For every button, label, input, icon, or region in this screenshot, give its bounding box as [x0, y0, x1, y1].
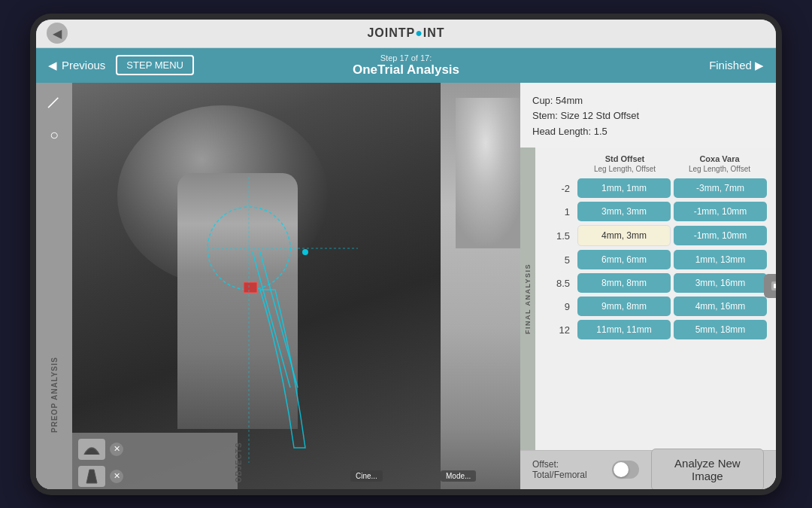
nav-bar: ◀ Previous STEP MENU Step 17 of 17: OneT…	[36, 48, 776, 83]
obj-close-2[interactable]: ✕	[110, 470, 123, 483]
table-row: 56mm, 6mm1mm, 13mm	[544, 250, 767, 269]
analysis-table-wrap: FINAL ANALYSIS Std Offset Leg Length, Of…	[520, 148, 776, 450]
circle-tool-button[interactable]: ○	[42, 123, 66, 148]
row-label-0: -2	[544, 183, 574, 194]
step-info: Step 17 of 17:	[353, 53, 459, 62]
cell-col1-5[interactable]: 9mm, 8mm	[577, 297, 671, 316]
toggle-knob	[614, 462, 629, 477]
table-row: -21mm, 1mm-3mm, 7mm	[544, 178, 767, 198]
objects-label: OBJECTS	[234, 442, 242, 482]
previous-button[interactable]: ◀ Previous	[48, 59, 105, 72]
bottom-bar: Offset: Total/Femoral Analyze New Image	[520, 450, 776, 489]
row-label-1: 1	[544, 206, 574, 217]
femur-shape	[177, 173, 298, 429]
step-name: OneTrial Analysis	[353, 62, 459, 78]
head-info: Head Length: 1.5	[532, 124, 764, 140]
preop-label: PREOP ANALYSIS	[50, 357, 59, 433]
svg-rect-8	[774, 284, 776, 288]
circle-icon: ○	[50, 126, 59, 144]
obj-icon-2	[78, 466, 105, 487]
final-label-wrap: FINAL ANALYSIS	[520, 148, 535, 450]
main-content: | ○ PREOP ANALYSIS	[36, 83, 776, 489]
table-rows: -21mm, 1mm-3mm, 7mm13mm, 3mm-1mm, 10mm1.…	[544, 178, 767, 339]
cell-col2-3[interactable]: 1mm, 13mm	[674, 250, 767, 269]
objects-panel: ✕ ✕ OBJECTS	[72, 433, 238, 489]
second-xray-bone	[456, 98, 520, 248]
cell-col1-6[interactable]: 11mm, 11mm	[577, 320, 671, 339]
scroll-button[interactable]	[764, 274, 776, 298]
xray-second-panel	[441, 83, 520, 489]
cell-col2-6[interactable]: 5mm, 18mm	[674, 320, 767, 339]
ipad-frame: ◀ JOINTP●INT ◀ Previous STEP MENU Step 1…	[30, 14, 782, 495]
nav-title: Step 17 of 17: OneTrial Analysis	[353, 53, 459, 78]
row-label-3: 5	[544, 254, 574, 266]
obj-icon-1	[78, 439, 105, 460]
previous-label: Previous	[62, 59, 105, 71]
table-row: 8.58mm, 8mm3mm, 16mm	[544, 273, 767, 293]
back-icon: ◀	[53, 26, 62, 41]
table-header: Std Offset Leg Length, Offset Coxa Vara …	[544, 154, 767, 174]
cell-col1-1[interactable]: 3mm, 3mm	[577, 202, 671, 221]
line-tool-button[interactable]: |	[42, 90, 66, 114]
cine-button[interactable]: Cine...	[350, 470, 383, 482]
analysis-info: Cup: 54mm Stem: Size 12 Std Offset Head …	[520, 83, 776, 148]
offset-toggle[interactable]	[612, 461, 639, 479]
offset-label: Offset: Total/Femoral	[532, 459, 600, 480]
prev-arrow-icon: ◀	[48, 59, 57, 72]
xray-background: ✕ ✕ OBJECTS	[72, 83, 520, 489]
cell-col2-5[interactable]: 4mm, 16mm	[674, 297, 767, 316]
step-menu-button[interactable]: STEP MENU	[116, 55, 194, 75]
row-label-5: 9	[544, 301, 574, 312]
right-panel: Cup: 54mm Stem: Size 12 Std Offset Head …	[520, 83, 776, 489]
object-item-2: ✕	[72, 463, 238, 489]
cell-col2-4[interactable]: 3mm, 16mm	[674, 273, 767, 293]
scroll-icon	[770, 280, 776, 292]
col2-header: Coxa Vara Leg Length, Offset	[674, 154, 765, 174]
table-row: 1211mm, 11mm5mm, 18mm	[544, 320, 767, 339]
row-label-6: 12	[544, 324, 574, 336]
cup-info: Cup: 54mm	[532, 93, 764, 109]
table-row: 99mm, 8mm4mm, 16mm	[544, 297, 767, 316]
finished-label: Finished ▶	[709, 59, 764, 72]
stem-info: Stem: Size 12 Std Offset	[532, 108, 764, 124]
object-item-1: ✕	[72, 436, 238, 463]
left-sidebar: | ○ PREOP ANALYSIS	[36, 83, 72, 489]
xray-area: ✕ ✕ OBJECTS	[72, 83, 520, 489]
cell-col1-2[interactable]: 4mm, 3mm	[577, 225, 671, 246]
table-row: 1.54mm, 3mm-1mm, 10mm	[544, 225, 767, 246]
table-row: 13mm, 3mm-1mm, 10mm	[544, 202, 767, 221]
final-analysis-label: FINAL ANALYSIS	[524, 263, 532, 334]
top-bar: ◀ JOINTP●INT	[36, 20, 776, 48]
analysis-table: Std Offset Leg Length, Offset Coxa Vara …	[535, 148, 776, 450]
stem-icon-svg	[80, 468, 103, 485]
cup-icon-svg	[80, 441, 103, 458]
app-logo: JOINTP●INT	[367, 26, 444, 40]
cell-col2-2[interactable]: -1mm, 10mm	[674, 226, 767, 245]
cell-col1-3[interactable]: 6mm, 6mm	[577, 250, 671, 269]
mode-button[interactable]: Mode...	[441, 470, 476, 482]
logo-dot: ●	[415, 26, 423, 39]
cell-col1-4[interactable]: 8mm, 8mm	[577, 273, 671, 293]
row-label-4: 8.5	[544, 278, 574, 289]
obj-close-1[interactable]: ✕	[110, 443, 123, 456]
cell-col2-0[interactable]: -3mm, 7mm	[674, 178, 767, 198]
xray-hip-panel	[72, 83, 441, 489]
row-label-spacer	[546, 154, 576, 174]
line-icon: |	[47, 95, 62, 110]
back-button[interactable]: ◀	[47, 23, 68, 44]
col1-header: Std Offset Leg Length, Offset	[579, 154, 671, 174]
cell-col1-0[interactable]: 1mm, 1mm	[577, 178, 671, 198]
finished-button[interactable]: Finished ▶	[709, 59, 764, 72]
analyze-new-image-button[interactable]: Analyze New Image	[651, 449, 764, 489]
ipad-screen: ◀ JOINTP●INT ◀ Previous STEP MENU Step 1…	[36, 20, 776, 489]
row-label-2: 1.5	[544, 230, 574, 242]
cell-col2-1[interactable]: -1mm, 10mm	[674, 202, 767, 221]
